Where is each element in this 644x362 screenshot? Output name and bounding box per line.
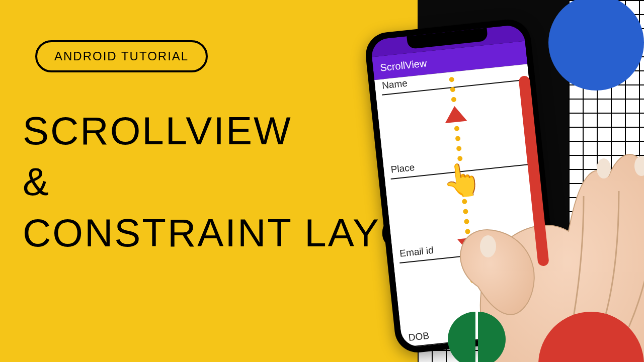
dob-field-label: DOB [408,330,430,343]
email-field-label: Email id [399,245,434,259]
place-field-label: Place [390,162,415,175]
name-field-label: Name [381,77,408,90]
phone-screen: ScrollView Name Place Email id DOB [370,24,556,348]
green-half-circles-shape [448,312,508,362]
app-bar-title: ScrollView [379,57,427,74]
tutorial-badge: ANDROID TUTORIAL [35,40,208,72]
badge-label: ANDROID TUTORIAL [54,49,189,63]
